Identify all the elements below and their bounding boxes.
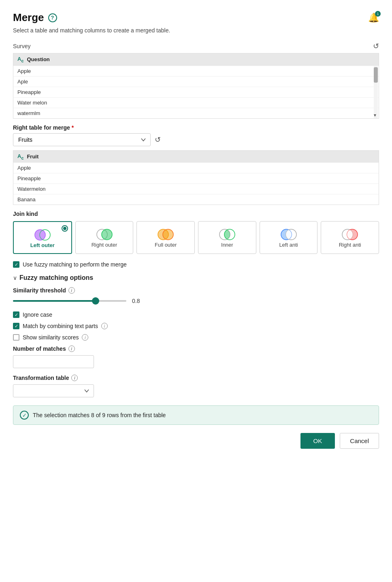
join-right-outer-label: Right outer (92, 242, 117, 248)
svg-point-6 (163, 229, 173, 240)
join-left-anti-label: Left anti (279, 242, 298, 248)
join-inner-label: Inner (221, 242, 233, 248)
match-combining-row[interactable]: ✓ Match by combining text parts i (13, 323, 379, 329)
match-combining-label: Match by combining text parts (23, 323, 98, 329)
table-row[interactable]: Watermelon (13, 183, 379, 194)
slider-thumb[interactable] (92, 297, 99, 305)
bell-icon[interactable]: 🔔 1 (368, 13, 379, 23)
fuzzy-checkbox-label: Use fuzzy matching to perform the merge (23, 261, 127, 268)
join-left-outer[interactable]: Left outer (13, 221, 72, 254)
slider-value: 0.8 (132, 298, 144, 304)
match-combining-checkbox[interactable]: ✓ (13, 323, 19, 329)
help-icon[interactable]: ? (48, 13, 57, 22)
table-row[interactable]: Apple (13, 66, 379, 76)
right-anti-icon (339, 227, 360, 242)
number-of-matches-input[interactable] (13, 355, 94, 368)
fruits-table: Ac Fruit Apple Pineapple Watermelon Bana… (13, 150, 379, 205)
scrollbar-thumb[interactable] (374, 67, 378, 83)
show-similarity-checkbox[interactable] (13, 334, 19, 341)
join-full-outer-label: Full outer (155, 242, 177, 248)
fuzzy-section-header[interactable]: ∨ Fuzzy matching options (13, 274, 379, 281)
scroll-down-button[interactable]: ▼ (372, 113, 378, 118)
survey-table: Ac Question Apple Aple Pineapple Water m… (13, 53, 379, 119)
inner-icon (217, 227, 238, 242)
fruits-table-body: Apple Pineapple Watermelon Banana (13, 162, 379, 205)
right-outer-icon (94, 227, 115, 242)
survey-label-text: Survey (13, 43, 31, 49)
number-of-matches-label: Number of matches i (13, 345, 379, 352)
fruits-col-icon: Ac (17, 153, 23, 160)
ignore-case-check-icon: ✓ (15, 312, 18, 318)
transformation-table-group: Transformation table i (13, 375, 379, 397)
fuzzy-checkbox[interactable]: ✓ (13, 261, 19, 268)
table-row[interactable]: Pineapple (13, 173, 379, 183)
number-of-matches-info-icon[interactable]: i (68, 345, 75, 352)
fruits-table-header: Ac Fruit (13, 151, 379, 163)
table-row[interactable]: Water melon (13, 97, 379, 108)
right-table-dropdown-row: Fruits ↺ (13, 133, 379, 146)
scrollbar-track: ▲ ▼ (374, 66, 378, 118)
chevron-down-icon: ∨ (13, 275, 17, 281)
status-bar: ✓ The selection matches 8 of 9 rows from… (13, 405, 379, 425)
match-combining-info-icon[interactable]: i (101, 323, 108, 329)
fuzzy-checkbox-row[interactable]: ✓ Use fuzzy matching to perform the merg… (13, 261, 379, 268)
required-star: * (72, 124, 74, 131)
survey-label: Survey ↺ (13, 42, 379, 51)
show-similarity-label: Show similarity scores (23, 334, 79, 341)
join-left-outer-label: Left outer (30, 242, 55, 248)
left-anti-icon (278, 227, 299, 242)
join-left-outer-radio (62, 225, 68, 232)
full-outer-icon (155, 227, 176, 242)
survey-col-icon: Ac (17, 56, 23, 63)
right-table-label: Right table for merge * (13, 124, 379, 131)
similarity-info-icon[interactable]: i (68, 287, 75, 294)
similarity-slider[interactable] (13, 297, 126, 305)
right-table-select[interactable]: Fruits (13, 133, 151, 146)
slider-fill (13, 300, 96, 302)
join-inner[interactable]: Inner (198, 221, 256, 254)
join-full-outer[interactable]: Full outer (136, 221, 195, 254)
fuzzy-options-body: Similarity threshold i 0.8 ✓ Ignore case… (13, 287, 379, 397)
similarity-threshold-label: Similarity threshold i (13, 287, 379, 294)
survey-table-body: Apple Aple Pineapple Water melon waterml… (13, 66, 379, 118)
join-left-anti[interactable]: Left anti (260, 221, 318, 254)
ignore-case-row[interactable]: ✓ Ignore case (13, 311, 379, 318)
table-row[interactable]: watermlm (13, 108, 379, 118)
survey-table-header: Ac Question (13, 53, 379, 66)
bell-badge: 1 (375, 11, 381, 17)
join-right-anti-label: Right anti (339, 242, 361, 248)
ignore-case-label: Ignore case (23, 311, 52, 318)
status-check-icon: ✓ (20, 411, 29, 420)
table-row[interactable]: Apple (13, 162, 379, 173)
join-kind-label: Join kind (13, 211, 379, 217)
show-similarity-info-icon[interactable]: i (82, 334, 88, 341)
slider-track (13, 300, 126, 302)
fruits-col-header: Fruit (27, 153, 38, 160)
similarity-slider-row: 0.8 (13, 297, 379, 305)
fuzzy-check-icon: ✓ (15, 262, 18, 267)
transformation-table-select[interactable] (13, 384, 94, 397)
left-outer-icon (32, 228, 53, 242)
join-right-anti[interactable]: Right anti (321, 221, 379, 254)
svg-point-2 (35, 230, 45, 240)
status-text: The selection matches 8 of 9 rows from t… (33, 412, 166, 418)
ignore-case-checkbox[interactable]: ✓ (13, 311, 19, 318)
show-similarity-row[interactable]: Show similarity scores i (13, 334, 379, 341)
right-table-refresh-button[interactable]: ↺ (155, 135, 161, 144)
table-row[interactable]: Banana (13, 194, 379, 205)
join-right-outer[interactable]: Right outer (75, 221, 134, 254)
survey-refresh-button[interactable]: ↺ (373, 42, 379, 51)
dialog-title: Merge (13, 11, 44, 24)
svg-point-4 (102, 229, 112, 240)
table-row[interactable]: Pineapple (13, 87, 379, 97)
table-row[interactable]: Aple (13, 76, 379, 87)
survey-col-header: Question (27, 56, 49, 62)
dialog-subtitle: Select a table and matching columns to c… (13, 27, 379, 34)
match-combining-check-icon: ✓ (15, 324, 18, 329)
ok-button[interactable]: OK (300, 433, 335, 449)
footer-buttons: OK Cancel (13, 433, 379, 449)
cancel-button[interactable]: Cancel (340, 433, 379, 449)
transformation-table-info-icon[interactable]: i (71, 375, 78, 381)
join-kinds-container: Left outer Right outer Full outer (13, 221, 379, 254)
fuzzy-section-title: Fuzzy matching options (19, 274, 93, 281)
